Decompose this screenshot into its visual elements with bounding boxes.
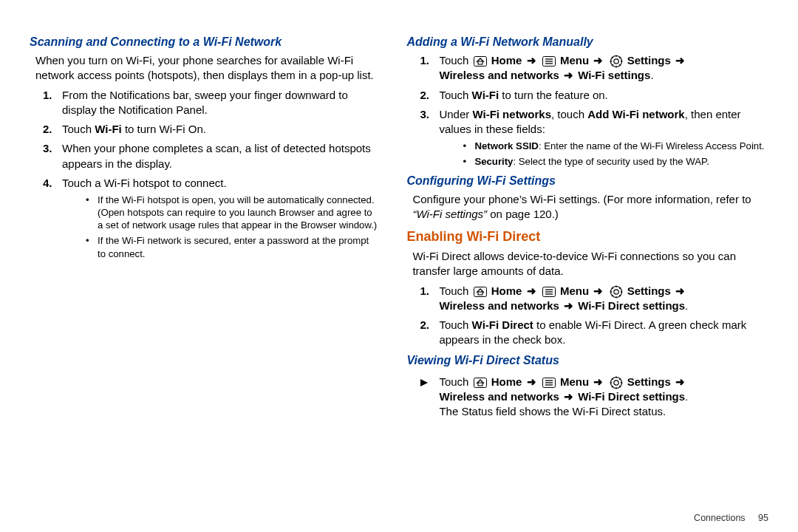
path-wireless: Wireless and networks xyxy=(439,299,562,312)
touch-label: Touch xyxy=(439,54,471,66)
period: . xyxy=(685,390,688,403)
bullet-security: Security: Select the type of security us… xyxy=(439,155,768,168)
t-c: to turn the feature on. xyxy=(499,89,608,101)
period: . xyxy=(685,299,688,312)
step-4: 4. Touch a Wi-Fi hotspot to connect. If … xyxy=(30,176,377,260)
conf-c: on page 120.) xyxy=(487,208,559,220)
step-2: 2. Touch Wi-Fi to turn Wi-Fi On. xyxy=(30,122,377,137)
svg-point-22 xyxy=(613,289,618,293)
menu-label: Menu xyxy=(560,284,589,297)
label: Security xyxy=(474,156,513,167)
step-text: From the Notifications bar, sweep your f… xyxy=(62,89,348,116)
settings-icon xyxy=(610,55,623,68)
touch-label: Touch xyxy=(439,375,471,388)
touch-label: Touch xyxy=(439,284,471,297)
heading-view-status: Viewing Wi-Fi Direct Status xyxy=(406,354,768,367)
sub-bullets: If the Wi-Fi hotspot is open, you will b… xyxy=(62,194,377,260)
home-icon xyxy=(474,56,487,66)
heading-scanning: Scanning and Connecting to a Wi-Fi Netwo… xyxy=(30,35,377,49)
menu-label: Menu xyxy=(560,54,589,66)
arrow-icon: ➜ xyxy=(562,299,575,312)
path-wifi-settings: Wi-Fi settings xyxy=(575,69,650,81)
arrow-icon: ➜ xyxy=(562,69,575,81)
arrow-icon: ➜ xyxy=(592,54,604,66)
settings-label: Settings xyxy=(627,375,671,388)
step-number: 2. xyxy=(420,88,429,103)
svg-rect-17 xyxy=(478,292,482,295)
step-number: 2. xyxy=(420,318,429,332)
arrow-icon: ➜ xyxy=(525,375,538,388)
path-wireless: Wireless and networks xyxy=(439,390,562,403)
home-label: Home xyxy=(491,375,522,388)
arrow-icon: ➜ xyxy=(562,390,575,403)
heading-enabling-direct: Enabling Wi-Fi Direct xyxy=(406,229,768,245)
footer-page-number: 95 xyxy=(758,513,768,523)
svg-marker-32 xyxy=(420,379,428,386)
conf-paragraph: Configure your phone’s Wi-Fi settings. (… xyxy=(412,192,768,222)
menu-icon xyxy=(542,287,556,297)
t-c: , touch xyxy=(551,108,587,120)
step-text-c: to turn Wi-Fi On. xyxy=(122,123,206,135)
home-icon xyxy=(474,378,487,388)
home-icon xyxy=(474,287,487,297)
bullet-open-hotspot: If the Wi-Fi hotspot is open, you will b… xyxy=(62,194,377,231)
page-footer: Connections 95 xyxy=(694,513,768,523)
enable-step-2: 2. Touch Wi-Fi Direct to enable Wi-Fi Di… xyxy=(406,318,768,348)
label: Network SSID xyxy=(474,140,538,151)
menu-icon xyxy=(542,56,556,66)
enable-step-1: 1. Touch Home ➜ Menu ➜ Settings ➜ Wirele… xyxy=(406,284,768,314)
intro-paragraph: When you turn on Wi-Fi, your phone searc… xyxy=(35,53,377,83)
desc: : Select the type of security used by th… xyxy=(513,156,709,167)
arrow-icon: ➜ xyxy=(674,375,686,388)
svg-rect-1 xyxy=(478,61,482,64)
step-3: 3. When your phone completes a scan, a l… xyxy=(30,141,377,171)
add-step-1: 1. Touch Home ➜ Menu ➜ Settings ➜ Wirele… xyxy=(406,53,768,83)
t-a: Touch xyxy=(439,318,471,331)
view-step: Touch Home ➜ Menu ➜ Settings ➜ Wireless … xyxy=(406,375,768,420)
t-b: Wi-Fi xyxy=(472,89,499,101)
conf-a: Configure your phone’s Wi-Fi settings. (… xyxy=(412,193,751,205)
footer-section: Connections xyxy=(694,513,746,523)
triangle-icon xyxy=(420,376,429,391)
settings-label: Settings xyxy=(627,284,671,297)
step-text: Touch a Wi-Fi hotspot to connect. xyxy=(62,177,227,189)
left-column: Scanning and Connecting to a Wi-Fi Netwo… xyxy=(30,30,377,511)
add-step-3: 3. Under Wi-Fi networks, touch Add Wi-Fi… xyxy=(406,107,768,168)
step-text-b: Wi-Fi xyxy=(95,123,122,135)
enable-paragraph: Wi-Fi Direct allows device-to-device Wi-… xyxy=(412,249,768,279)
step-1: 1. From the Notifications bar, sweep you… xyxy=(30,88,377,118)
manual-page: Scanning and Connecting to a Wi-Fi Netwo… xyxy=(0,0,798,532)
step-text: When your phone completes a scan, a list… xyxy=(62,142,371,169)
arrow-icon: ➜ xyxy=(592,284,604,297)
svg-point-6 xyxy=(613,59,618,64)
step-number: 3. xyxy=(43,141,52,156)
menu-icon xyxy=(542,378,556,388)
t-b: Wi-Fi networks xyxy=(472,108,551,120)
desc: : Enter the name of the Wi-Fi Wireless A… xyxy=(539,140,765,151)
steps-enable: 1. Touch Home ➜ Menu ➜ Settings ➜ Wirele… xyxy=(406,284,768,348)
home-label: Home xyxy=(491,54,522,66)
t-a: Under xyxy=(439,108,472,120)
step-number: 1. xyxy=(420,284,429,299)
path-direct-settings: Wi-Fi Direct settings xyxy=(575,299,685,312)
bullet-secured: If the Wi-Fi network is secured, enter a… xyxy=(62,234,377,259)
t-b: Wi-Fi Direct xyxy=(472,318,533,331)
settings-label: Settings xyxy=(627,54,671,66)
add-step-2: 2. Touch Wi-Fi to turn the feature on. xyxy=(406,88,768,103)
steps-add: 1. Touch Home ➜ Menu ➜ Settings ➜ Wirele… xyxy=(406,53,768,168)
home-label: Home xyxy=(491,284,522,297)
settings-icon xyxy=(610,285,623,299)
step-number: 1. xyxy=(43,88,52,103)
path-direct-settings: Wi-Fi Direct settings xyxy=(575,390,685,403)
arrow-icon: ➜ xyxy=(592,375,604,388)
settings-icon xyxy=(610,376,623,389)
step-number: 4. xyxy=(43,176,52,191)
arrow-icon: ➜ xyxy=(674,284,686,297)
svg-rect-34 xyxy=(478,383,482,386)
arrow-icon: ➜ xyxy=(674,54,686,66)
status-text: The Status field shows the Wi-Fi Direct … xyxy=(439,405,666,417)
right-column: Adding a Wi-Fi Network Manually 1. Touch… xyxy=(406,30,768,511)
step-number: 2. xyxy=(43,122,52,137)
heading-add-manually: Adding a Wi-Fi Network Manually xyxy=(406,35,768,49)
step-number: 3. xyxy=(420,107,429,122)
